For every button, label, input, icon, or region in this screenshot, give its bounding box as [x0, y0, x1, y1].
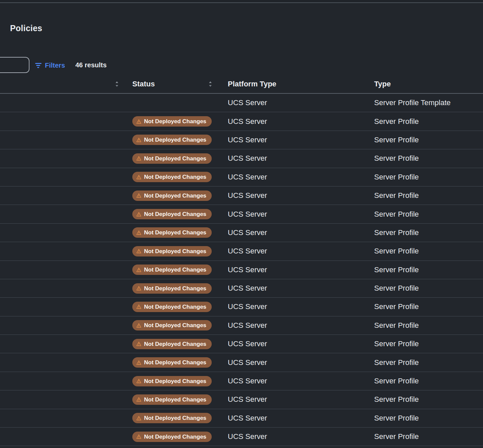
- top-divider-line: [0, 2, 483, 3]
- filters-button[interactable]: Filters: [35, 61, 65, 70]
- table-row[interactable]: Not Deployed Changes UCS Server Server P…: [0, 353, 483, 372]
- warning-triangle-icon: [136, 119, 141, 124]
- sort-icon[interactable]: [115, 81, 119, 87]
- cell-status: Not Deployed Changes: [122, 283, 217, 294]
- cell-status: Not Deployed Changes: [122, 191, 217, 201]
- status-badge: Not Deployed Changes: [132, 394, 212, 405]
- cell-type: Server Profile: [363, 377, 483, 385]
- cell-status: Not Deployed Changes: [122, 116, 217, 127]
- table-row[interactable]: Not Deployed Changes UCS Server Server P…: [0, 112, 483, 131]
- cell-type: Server Profile: [363, 136, 483, 144]
- status-badge-label: Not Deployed Changes: [144, 191, 206, 201]
- cell-type: Server Profile: [363, 432, 483, 441]
- column-header-type[interactable]: Type: [363, 80, 483, 88]
- status-badge-label: Not Deployed Changes: [144, 265, 206, 275]
- cell-status: Not Deployed Changes: [122, 432, 217, 442]
- status-badge: Not Deployed Changes: [132, 265, 212, 275]
- warning-triangle-icon: [136, 360, 141, 365]
- table-row[interactable]: Not Deployed Changes UCS Server Server P…: [0, 279, 483, 298]
- cell-platform-type: UCS Server: [217, 228, 363, 237]
- status-badge: Not Deployed Changes: [132, 320, 212, 330]
- cell-platform-type: UCS Server: [217, 284, 363, 293]
- status-badge-label: Not Deployed Changes: [144, 246, 206, 256]
- table-row[interactable]: Not Deployed Changes UCS Server Server P…: [0, 168, 483, 186]
- cell-platform-type: UCS Server: [217, 117, 363, 126]
- warning-triangle-icon: [136, 156, 141, 161]
- warning-triangle-icon: [136, 416, 141, 421]
- cell-status: Not Deployed Changes: [122, 413, 217, 423]
- table-row[interactable]: Not Deployed Changes UCS Server Server P…: [0, 428, 483, 446]
- table-row[interactable]: Not Deployed Changes UCS Server Server P…: [0, 372, 483, 390]
- status-badge-label: Not Deployed Changes: [144, 432, 206, 442]
- table-row[interactable]: Not Deployed Changes UCS Server Server P…: [0, 149, 483, 168]
- table-row[interactable]: Not Deployed Changes UCS Server Server P…: [0, 205, 483, 223]
- results-count: 46 results: [75, 61, 107, 69]
- cell-type: Server Profile: [363, 247, 483, 255]
- cell-status: Not Deployed Changes: [122, 320, 217, 330]
- status-badge-label: Not Deployed Changes: [144, 302, 206, 312]
- warning-triangle-icon: [136, 268, 141, 272]
- table-body: UCS Server Server Profile Template Not D…: [0, 94, 483, 446]
- cell-platform-type: UCS Server: [217, 414, 363, 423]
- table-row[interactable]: Not Deployed Changes UCS Server Server P…: [0, 224, 483, 242]
- cell-type: Server Profile: [363, 284, 483, 293]
- status-badge-label: Not Deployed Changes: [144, 116, 206, 127]
- status-badge: Not Deployed Changes: [132, 432, 212, 442]
- cell-status: Not Deployed Changes: [122, 357, 217, 368]
- filters-label: Filters: [45, 62, 65, 69]
- cell-platform-type: UCS Server: [217, 266, 363, 274]
- cell-platform-type: UCS Server: [217, 395, 363, 404]
- table-row[interactable]: Not Deployed Changes UCS Server Server P…: [0, 131, 483, 149]
- status-badge: Not Deployed Changes: [132, 227, 212, 238]
- cell-type: Server Profile: [363, 173, 483, 181]
- cell-status: Not Deployed Changes: [122, 153, 217, 164]
- status-badge: Not Deployed Changes: [132, 376, 212, 386]
- table-row[interactable]: Not Deployed Changes UCS Server Server P…: [0, 390, 483, 409]
- cell-status: Not Deployed Changes: [122, 209, 217, 219]
- column-label-type: Type: [374, 80, 391, 88]
- table-row[interactable]: UCS Server Server Profile Template: [0, 94, 483, 112]
- table-header: Status Platform Type Type: [0, 76, 483, 92]
- warning-triangle-icon: [136, 342, 141, 346]
- column-header-platform-type[interactable]: Platform Type: [217, 80, 363, 88]
- cell-status: Not Deployed Changes: [122, 172, 217, 182]
- status-badge: Not Deployed Changes: [132, 246, 212, 256]
- status-badge-label: Not Deployed Changes: [144, 283, 206, 294]
- status-badge-label: Not Deployed Changes: [144, 357, 206, 368]
- column-header-status[interactable]: Status: [122, 76, 217, 92]
- cell-platform-type: UCS Server: [217, 340, 363, 348]
- cell-type: Server Profile: [363, 321, 483, 330]
- cell-platform-type: UCS Server: [217, 98, 363, 107]
- table-row[interactable]: Not Deployed Changes UCS Server Server P…: [0, 409, 483, 428]
- cell-platform-type: UCS Server: [217, 173, 363, 181]
- column-label-platform-type: Platform Type: [228, 80, 276, 88]
- status-badge: Not Deployed Changes: [132, 153, 212, 164]
- cell-platform-type: UCS Server: [217, 154, 363, 163]
- cell-status: Not Deployed Changes: [122, 246, 217, 256]
- column-header-name: [0, 76, 122, 92]
- cell-type: Server Profile: [363, 395, 483, 404]
- cell-platform-type: UCS Server: [217, 247, 363, 255]
- status-badge: Not Deployed Changes: [132, 116, 212, 127]
- sort-icon[interactable]: [208, 81, 212, 87]
- cell-type: Server Profile: [363, 358, 483, 367]
- warning-triangle-icon: [136, 304, 141, 309]
- status-badge-label: Not Deployed Changes: [144, 135, 206, 145]
- table-row[interactable]: Not Deployed Changes UCS Server Server P…: [0, 316, 483, 335]
- table-row[interactable]: Not Deployed Changes UCS Server Server P…: [0, 261, 483, 279]
- status-badge: Not Deployed Changes: [132, 339, 212, 349]
- table-row[interactable]: Not Deployed Changes UCS Server Server P…: [0, 335, 483, 353]
- cell-status: Not Deployed Changes: [122, 339, 217, 349]
- cell-status: Not Deployed Changes: [122, 265, 217, 275]
- table-row[interactable]: Not Deployed Changes UCS Server Server P…: [0, 186, 483, 205]
- cell-status: Not Deployed Changes: [122, 135, 217, 145]
- warning-triangle-icon: [136, 175, 141, 179]
- cell-platform-type: UCS Server: [217, 210, 363, 219]
- cell-type: Server Profile Template: [363, 98, 483, 107]
- table-row[interactable]: Not Deployed Changes UCS Server Server P…: [0, 242, 483, 260]
- search-input[interactable]: [0, 57, 29, 73]
- table-row[interactable]: Not Deployed Changes UCS Server Server P…: [0, 298, 483, 316]
- cell-type: Server Profile: [363, 228, 483, 237]
- cell-platform-type: UCS Server: [217, 321, 363, 330]
- status-badge: Not Deployed Changes: [132, 302, 212, 312]
